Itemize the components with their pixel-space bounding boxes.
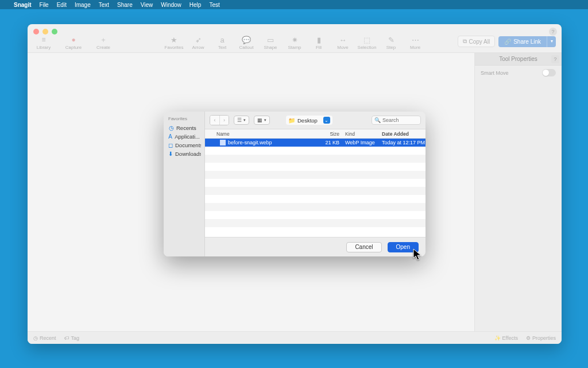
minimize-window-button[interactable] xyxy=(42,29,48,34)
menu-help[interactable]: Help xyxy=(189,2,202,8)
view-mode-button[interactable]: ☰▾ xyxy=(234,116,249,125)
hamburger-icon: ≡ xyxy=(40,36,48,44)
create-button[interactable]: ＋Create xyxy=(93,36,114,50)
tool-more[interactable]: ⋯More xyxy=(407,36,424,50)
open-dialog-toolbar: ‹ › ☰▾ ▦▾ 📁 Desktop ⌄ 🔍 xyxy=(205,112,425,129)
library-button[interactable]: ≡Library xyxy=(33,36,54,50)
file-table-body[interactable]: before-snagit.webp 21 KB WebP Image Toda… xyxy=(205,139,425,237)
library-label: Library xyxy=(37,45,51,50)
record-icon: ● xyxy=(69,36,78,44)
tool-move-label: Move xyxy=(337,45,349,50)
chevron-down-icon: ▾ xyxy=(264,118,266,122)
col-kind[interactable]: Kind xyxy=(343,131,380,137)
copy-icon: ⧉ xyxy=(463,38,467,45)
sidebar-item-documents[interactable]: ◻Documents xyxy=(167,141,201,150)
tag-button[interactable]: 🏷Tag xyxy=(64,335,80,341)
tool-favorites[interactable]: ★Favorites xyxy=(165,36,183,50)
open-button[interactable]: Open xyxy=(388,242,419,252)
tool-text[interactable]: aText xyxy=(214,36,231,50)
capture-label: Capture xyxy=(65,45,82,50)
share-link-button[interactable]: 🔗Share Link xyxy=(498,36,547,47)
close-window-button[interactable] xyxy=(33,29,39,34)
file-row-empty xyxy=(205,219,425,227)
menu-view[interactable]: View xyxy=(141,2,153,8)
tool-selection[interactable]: ⬚Selection xyxy=(358,36,376,50)
col-name[interactable]: Name xyxy=(205,131,315,137)
menu-window[interactable]: Window xyxy=(161,2,181,8)
effects-label: Effects xyxy=(502,335,518,341)
tool-callout[interactable]: 💬Callout xyxy=(238,36,255,50)
menu-test[interactable]: Test xyxy=(209,2,219,8)
smart-move-toggle[interactable] xyxy=(542,69,556,76)
file-row-empty xyxy=(205,211,425,219)
tool-step[interactable]: ✎Step xyxy=(382,36,400,50)
nav-forward-button[interactable]: › xyxy=(219,116,229,125)
menu-text[interactable]: Text xyxy=(99,2,109,8)
tool-fill[interactable]: ▮Fill xyxy=(310,36,327,50)
download-icon: ⬇ xyxy=(168,151,173,157)
tool-arrow[interactable]: ➶Arrow xyxy=(189,36,207,50)
tool-callout-label: Callout xyxy=(239,45,254,50)
app-toolbar: ≡Library ●Capture ＋Create ★Favorites ➶Ar… xyxy=(28,24,562,53)
file-table-header: Name Size Kind Date Added xyxy=(205,129,425,139)
tool-arrow-label: Arrow xyxy=(192,45,204,50)
properties-label: Properties xyxy=(532,335,556,341)
recent-button[interactable]: ◷Recent xyxy=(33,335,56,341)
nav-back-button[interactable]: ‹ xyxy=(210,116,219,125)
location-picker[interactable]: 📁 Desktop ⌄ xyxy=(286,116,332,125)
col-size[interactable]: Size xyxy=(315,131,343,137)
share-link-dropdown[interactable]: ▾ xyxy=(547,36,556,47)
properties-button[interactable]: ⚙Properties xyxy=(526,335,556,341)
help-small-icon[interactable]: ? xyxy=(551,55,559,63)
app-menu[interactable]: Snagit xyxy=(14,2,32,8)
tag-label: Tag xyxy=(71,335,80,341)
copy-all-label: Copy All xyxy=(469,39,490,45)
gear-icon: ⚙ xyxy=(526,335,531,341)
more-icon: ⋯ xyxy=(412,36,419,44)
tool-move[interactable]: ↔Move xyxy=(334,36,351,50)
open-file-dialog: Favorites ◷Recents AApplicati... ◻Docume… xyxy=(164,112,425,256)
callout-icon: 💬 xyxy=(242,36,251,44)
file-kind: WebP Image xyxy=(343,140,380,145)
tool-shape[interactable]: ▭Shape xyxy=(262,36,279,50)
favorites-header: Favorites xyxy=(168,116,200,121)
shape-icon: ▭ xyxy=(267,36,274,44)
clock-icon: ◷ xyxy=(168,125,174,131)
tool-properties-header: Tool Properties? xyxy=(475,53,562,66)
open-dialog-sidebar: Favorites ◷Recents AApplicati... ◻Docume… xyxy=(164,112,205,256)
file-row-empty xyxy=(205,187,425,195)
copy-all-button[interactable]: ⧉Copy All xyxy=(458,36,496,47)
smart-move-label: Smart Move xyxy=(481,70,509,76)
nav-back-forward: ‹ › xyxy=(210,115,229,125)
sidebar-item-recents[interactable]: ◷Recents xyxy=(167,124,201,132)
capture-button[interactable]: ●Capture xyxy=(63,36,84,50)
sidebar-item-downloads[interactable]: ⬇Downloads xyxy=(167,150,201,158)
file-row-empty xyxy=(205,195,425,203)
zoom-window-button[interactable] xyxy=(52,29,57,34)
cancel-button[interactable]: Cancel xyxy=(346,242,381,252)
file-row-empty xyxy=(205,155,425,163)
tool-shape-label: Shape xyxy=(264,45,277,50)
file-row[interactable]: before-snagit.webp 21 KB WebP Image Toda… xyxy=(205,139,425,147)
menu-share[interactable]: Share xyxy=(117,2,133,8)
selection-icon: ⬚ xyxy=(363,36,370,44)
clock-icon: ◷ xyxy=(33,335,38,341)
help-icon[interactable]: ? xyxy=(549,28,557,36)
menu-edit[interactable]: Edit xyxy=(57,2,67,8)
file-date: Today at 12:17 PM xyxy=(380,140,425,145)
sidebar-item-applications[interactable]: AApplicati... xyxy=(167,132,201,141)
tool-stamp[interactable]: ✷Stamp xyxy=(286,36,303,50)
window-controls xyxy=(33,29,57,34)
sidebar-applications-label: Applicati... xyxy=(175,133,200,140)
tool-selection-label: Selection xyxy=(358,45,377,50)
effects-button[interactable]: ✨Effects xyxy=(494,335,518,341)
search-icon: 🔍 xyxy=(374,117,381,123)
col-date[interactable]: Date Added xyxy=(380,131,425,137)
menu-file[interactable]: File xyxy=(40,2,49,8)
search-field[interactable]: 🔍 xyxy=(372,116,421,125)
search-input[interactable] xyxy=(382,117,417,123)
sidebar-documents-label: Documents xyxy=(175,142,201,148)
group-mode-button[interactable]: ▦▾ xyxy=(254,116,270,125)
menu-image[interactable]: Image xyxy=(75,2,91,8)
tool-favorites-label: Favorites xyxy=(165,45,184,50)
